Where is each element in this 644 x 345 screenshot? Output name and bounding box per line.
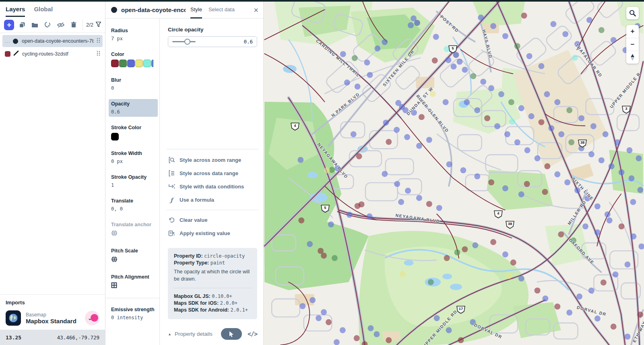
data-point[interactable] xyxy=(628,175,634,181)
data-point[interactable] xyxy=(394,181,400,187)
data-point[interactable] xyxy=(364,60,370,66)
data-point[interactable] xyxy=(472,242,478,248)
data-point[interactable] xyxy=(488,179,494,185)
data-point[interactable] xyxy=(456,59,462,65)
data-point[interactable] xyxy=(526,53,533,59)
data-point[interactable] xyxy=(299,303,305,309)
data-point[interactable] xyxy=(367,72,373,78)
prop-blur[interactable]: Blur 0 xyxy=(109,75,158,93)
data-point[interactable] xyxy=(518,275,524,281)
data-point[interactable] xyxy=(528,113,535,119)
data-point[interactable] xyxy=(636,155,642,161)
data-point[interactable] xyxy=(518,191,524,197)
data-point[interactable] xyxy=(626,147,632,153)
data-point[interactable] xyxy=(572,55,578,61)
data-point[interactable] xyxy=(609,163,615,169)
data-point[interactable] xyxy=(630,233,636,240)
data-point[interactable] xyxy=(518,105,524,111)
data-point[interactable] xyxy=(576,293,582,300)
data-point[interactable] xyxy=(332,255,338,261)
data-point[interactable] xyxy=(490,239,496,245)
data-point[interactable] xyxy=(510,259,516,265)
prop-pitch-alignment[interactable]: Pitch Alignment xyxy=(109,272,158,292)
data-point[interactable] xyxy=(613,271,619,277)
code-view-icon[interactable]: </> xyxy=(248,331,257,338)
data-point[interactable] xyxy=(326,319,332,325)
data-point[interactable] xyxy=(564,179,570,185)
prop-pitch-scale[interactable]: Pitch Scale xyxy=(109,246,158,266)
data-point[interactable] xyxy=(625,261,631,267)
compass-button[interactable] xyxy=(626,51,639,64)
drag-handle-icon[interactable] xyxy=(96,50,100,58)
data-point[interactable] xyxy=(458,337,464,343)
data-point[interactable] xyxy=(637,312,643,318)
data-point[interactable] xyxy=(554,304,560,310)
data-point[interactable] xyxy=(588,287,594,293)
style-across-data-range[interactable]: Style across data range xyxy=(168,167,257,180)
data-point[interactable] xyxy=(436,205,442,211)
data-point[interactable] xyxy=(359,201,365,207)
hide-layer-icon[interactable] xyxy=(56,20,66,30)
data-point[interactable] xyxy=(535,155,541,161)
data-point[interactable] xyxy=(514,43,520,49)
data-point[interactable] xyxy=(594,203,601,209)
apply-existing-value[interactable]: Apply existing value xyxy=(168,227,257,240)
data-point[interactable] xyxy=(460,167,466,174)
tab-style[interactable]: Style xyxy=(190,2,202,19)
data-point[interactable] xyxy=(607,217,613,223)
data-point[interactable] xyxy=(625,334,631,340)
opacity-slider[interactable]: 0.6 xyxy=(168,36,257,47)
tab-global[interactable]: Global xyxy=(34,6,53,17)
data-point[interactable] xyxy=(502,252,508,258)
data-point[interactable] xyxy=(444,255,450,261)
data-point[interactable] xyxy=(554,99,560,105)
data-point[interactable] xyxy=(451,64,457,70)
data-point[interactable] xyxy=(464,99,470,105)
data-point[interactable] xyxy=(544,163,550,169)
data-point[interactable] xyxy=(578,115,584,121)
use-a-formula[interactable]: ƒ Use a formula xyxy=(168,193,257,207)
prop-stroke-opacity[interactable]: Stroke Opacity 1 xyxy=(109,172,158,190)
data-point[interactable] xyxy=(298,217,304,223)
style-with-data-conditions[interactable]: Style with data conditions xyxy=(168,180,257,193)
data-point[interactable] xyxy=(582,223,588,229)
duplicate-layer-icon[interactable] xyxy=(17,20,27,30)
data-point[interactable] xyxy=(426,137,432,143)
tab-layers[interactable]: Layers xyxy=(6,6,25,17)
data-point[interactable] xyxy=(594,316,601,322)
data-point[interactable] xyxy=(590,123,597,129)
data-point[interactable] xyxy=(443,99,449,105)
data-point[interactable] xyxy=(601,279,607,285)
data-point[interactable] xyxy=(566,310,572,316)
map-search-button[interactable] xyxy=(626,7,639,19)
data-point[interactable] xyxy=(554,171,560,178)
data-point[interactable] xyxy=(484,115,490,121)
data-point[interactable] xyxy=(586,17,592,23)
data-point[interactable] xyxy=(347,212,353,218)
data-point[interactable] xyxy=(408,22,414,28)
data-point[interactable] xyxy=(310,297,316,303)
data-point[interactable] xyxy=(383,120,389,126)
data-point[interactable] xyxy=(478,14,484,21)
data-point[interactable] xyxy=(494,123,500,129)
data-point[interactable] xyxy=(400,271,406,277)
data-point[interactable] xyxy=(502,185,508,191)
data-point[interactable] xyxy=(414,20,420,26)
data-point[interactable] xyxy=(535,287,541,293)
data-point[interactable] xyxy=(568,139,574,145)
data-point[interactable] xyxy=(433,34,439,40)
data-point[interactable] xyxy=(490,23,496,29)
data-point[interactable] xyxy=(562,31,568,37)
data-point[interactable] xyxy=(514,139,520,145)
data-point[interactable] xyxy=(558,131,564,137)
data-point[interactable] xyxy=(542,295,548,302)
data-point[interactable] xyxy=(297,157,303,163)
data-point[interactable] xyxy=(474,107,480,113)
data-point[interactable] xyxy=(404,134,410,140)
data-point[interactable] xyxy=(611,37,617,43)
data-point[interactable] xyxy=(446,327,452,333)
data-point[interactable] xyxy=(470,73,476,79)
data-point[interactable] xyxy=(446,161,452,167)
data-point[interactable] xyxy=(321,309,327,315)
data-point[interactable] xyxy=(619,169,625,176)
